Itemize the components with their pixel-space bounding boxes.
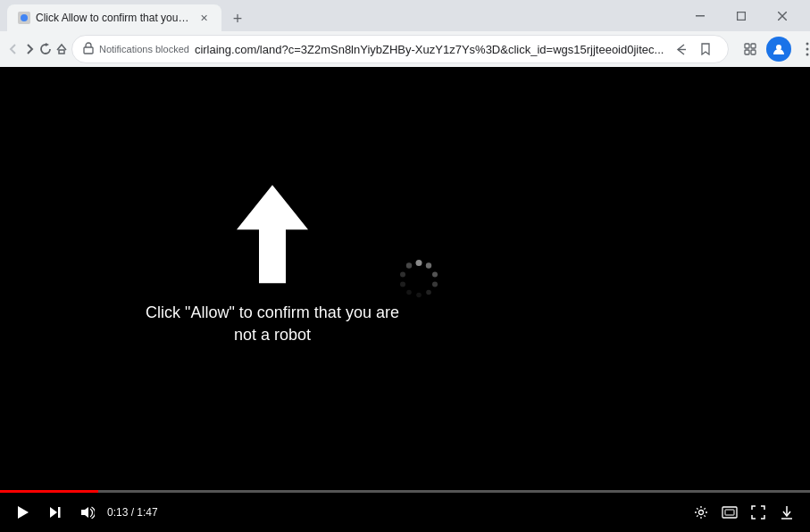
svg-point-31 — [699, 511, 704, 515]
toolbar-right — [736, 35, 810, 63]
svg-point-19 — [432, 271, 438, 277]
fullscreen-button[interactable] — [746, 500, 771, 525]
notification-status: Notifications blocked — [99, 44, 189, 54]
svg-marker-27 — [18, 506, 29, 519]
more-button[interactable] — [793, 35, 810, 63]
reload-button[interactable] — [39, 35, 52, 63]
maximize-button[interactable] — [721, 0, 762, 31]
active-tab[interactable]: Click Allow to confirm that you a… ✕ — [7, 4, 221, 31]
svg-point-22 — [416, 292, 422, 297]
tab-title: Click Allow to confirm that you a… — [36, 12, 191, 24]
chrome-window: Click Allow to confirm that you a… ✕ + — [0, 0, 810, 532]
theater-mode-button[interactable] — [717, 500, 742, 525]
svg-point-25 — [400, 271, 405, 277]
back-button[interactable] — [7, 35, 20, 63]
svg-rect-5 — [59, 50, 64, 54]
progress-fill — [0, 490, 98, 493]
svg-marker-16 — [237, 185, 308, 283]
download-button[interactable] — [774, 500, 799, 525]
svg-point-14 — [806, 48, 809, 51]
omnibox-actions — [669, 37, 717, 61]
tab-close-button[interactable]: ✕ — [196, 11, 211, 25]
spinner-wheel — [397, 255, 441, 300]
svg-rect-11 — [751, 50, 756, 54]
svg-rect-6 — [84, 47, 93, 54]
address-bar[interactable]: Notifications blocked cirlaing.com/land?… — [71, 35, 729, 63]
svg-rect-9 — [751, 44, 756, 48]
svg-point-0 — [21, 14, 28, 21]
new-tab-button[interactable]: + — [225, 6, 250, 31]
svg-marker-28 — [50, 507, 57, 518]
svg-rect-10 — [745, 50, 749, 54]
svg-point-15 — [806, 54, 809, 56]
controls-right — [689, 500, 799, 525]
svg-marker-30 — [81, 507, 88, 518]
svg-rect-8 — [745, 44, 749, 48]
lock-icon — [83, 42, 94, 57]
svg-point-18 — [425, 262, 430, 268]
loading-spinner — [397, 255, 441, 300]
svg-point-21 — [426, 289, 431, 295]
home-button[interactable] — [55, 35, 68, 63]
svg-rect-2 — [738, 12, 746, 20]
svg-point-17 — [415, 260, 422, 266]
next-button[interactable] — [43, 500, 68, 525]
window-controls — [680, 0, 803, 31]
svg-rect-29 — [58, 507, 61, 518]
video-progress-bar[interactable] — [0, 490, 810, 493]
profile-button[interactable] — [766, 37, 791, 62]
instruction-text: Click "Allow" to confirm that you are no… — [143, 302, 402, 346]
tab-favicon — [18, 12, 30, 24]
play-pause-button[interactable] — [11, 500, 36, 525]
time-display: 0:13 / 1:47 — [107, 506, 158, 519]
extensions-button[interactable] — [736, 35, 764, 63]
bookmark-button[interactable] — [694, 37, 717, 61]
svg-point-20 — [432, 281, 438, 287]
svg-point-26 — [405, 262, 411, 268]
close-button[interactable] — [762, 0, 803, 31]
forward-button[interactable] — [23, 35, 36, 63]
svg-point-24 — [400, 281, 405, 287]
minimize-button[interactable] — [680, 0, 721, 31]
page-content: Click "Allow" to confirm that you are no… — [0, 67, 810, 532]
arrow-container: Click "Allow" to confirm that you are no… — [143, 180, 402, 346]
svg-rect-33 — [725, 510, 734, 515]
up-arrow-icon — [232, 180, 313, 287]
video-area: Click "Allow" to confirm that you are no… — [0, 67, 810, 493]
title-bar: Click Allow to confirm that you a… ✕ + — [0, 0, 810, 31]
svg-point-13 — [806, 43, 809, 46]
tab-area: Click Allow to confirm that you a… ✕ + — [7, 0, 672, 31]
video-controls-bar: 0:13 / 1:47 — [0, 493, 810, 532]
volume-button[interactable] — [75, 500, 100, 525]
url-display: cirlaing.com/land?c=3Z2mSn8lnYiybZHBy-Xu… — [195, 43, 664, 56]
svg-point-23 — [406, 289, 412, 295]
settings-button[interactable] — [689, 500, 714, 525]
svg-rect-1 — [696, 15, 705, 17]
toolbar: Notifications blocked cirlaing.com/land?… — [0, 31, 810, 67]
svg-rect-32 — [722, 507, 737, 518]
share-button[interactable] — [669, 37, 692, 61]
